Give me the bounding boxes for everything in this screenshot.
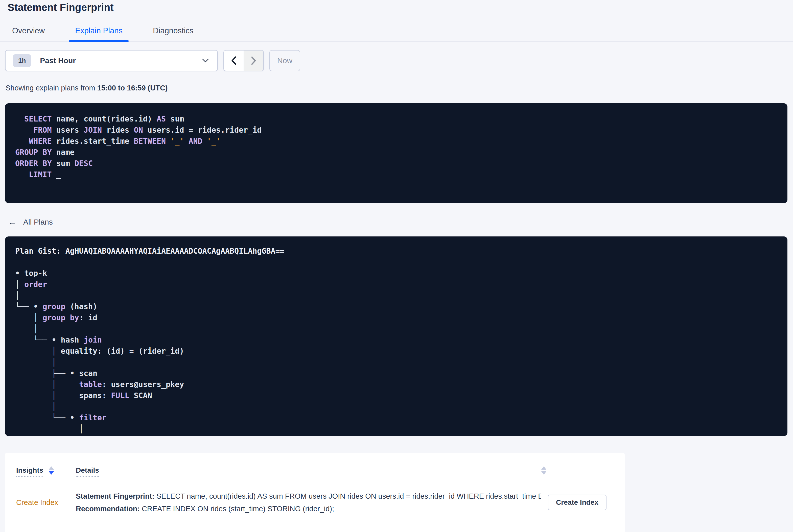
now-button[interactable]: Now [269,50,300,71]
triangle-up-icon [541,466,546,470]
statement-fingerprint-page: Statement Fingerprint Overview Explain P… [0,1,793,532]
page-title: Statement Fingerprint [7,1,788,13]
next-time-button[interactable] [244,51,263,71]
insight-details-cell: Statement Fingerprint: SELECT name, coun… [76,490,546,515]
recommendation-label: Recommendation: [76,505,140,513]
time-range-dropdown[interactable]: 1h Past Hour [5,50,218,71]
tab-bar: Overview Explain Plans Diagnostics [0,22,793,42]
fingerprint-label: Statement Fingerprint: [76,492,154,500]
time-controls: 1h Past Hour Now [5,50,788,71]
tab-diagnostics[interactable]: Diagnostics [147,22,200,41]
time-range-label: Past Hour [40,56,76,65]
chevron-left-icon [230,56,238,66]
all-plans-back-link[interactable]: ← All Plans [8,218,53,226]
previous-time-button[interactable] [224,51,244,71]
recommendation-line: Recommendation: CREATE INDEX ON rides (s… [76,502,541,515]
table-row: Create Index Statement Fingerprint: SELE… [16,481,613,524]
recommendation-text: CREATE INDEX ON rides (start_time) STORI… [140,505,334,513]
time-range-caption: Showing explain plans from 15:00 to 16:5… [5,84,788,92]
triangle-down-icon [49,471,54,475]
sql-statement-block: SELECT name, count(rides.id) AS sum FROM… [5,103,788,203]
fingerprint-text: SELECT name, count(rides.id) AS sum FROM… [154,492,541,500]
arrow-left-icon: ← [8,218,17,226]
all-plans-label: All Plans [23,218,53,226]
sort-icon-insights[interactable] [49,465,54,481]
insights-table-card: Insights Details Create Index Statement … [5,453,625,532]
sort-icon-details[interactable] [541,465,546,481]
statement-fingerprint-line: Statement Fingerprint: SELECT name, coun… [76,490,541,502]
plan-gist-block: Plan Gist: AgHUAQIABQAAAAHYAQIAiAEAAAADC… [5,236,788,436]
time-pager [223,50,264,71]
create-index-button[interactable]: Create Index [548,495,606,510]
insights-table-header: Insights Details [16,453,613,481]
tab-explain-plans[interactable]: Explain Plans [69,22,129,41]
column-header-details[interactable]: Details [76,465,99,477]
triangle-up-icon [49,466,54,470]
caption-prefix: Showing explain plans from [5,84,97,92]
caption-range: 15:00 to 16:59 (UTC) [97,84,168,92]
time-range-badge: 1h [13,54,31,67]
tab-overview[interactable]: Overview [6,22,51,41]
column-header-insights[interactable]: Insights [16,465,43,477]
insight-type-link[interactable]: Create Index [16,498,76,507]
chevron-down-icon [201,58,210,63]
section-divider [0,209,793,209]
chevron-right-icon [250,56,258,66]
triangle-down-icon [541,471,546,475]
